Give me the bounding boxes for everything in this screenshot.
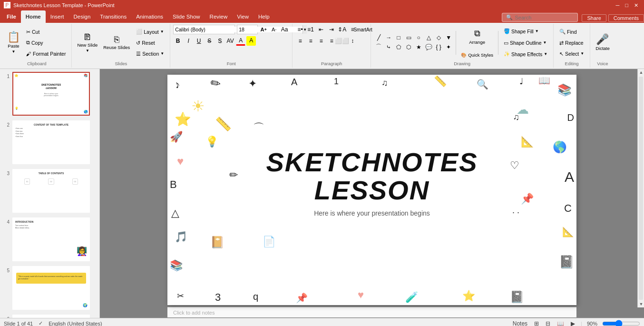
shape-arrow[interactable]: → [384,33,393,42]
slide-thumb-img-3[interactable]: TABLE OF CONTENTS 01 02 03 [12,169,90,213]
tab-view[interactable]: View [232,10,254,23]
find-button[interactable]: 🔍 Find [556,27,587,37]
tab-file[interactable]: File [2,10,21,23]
shape-line[interactable]: ╱ [374,33,383,42]
notes-button[interactable]: Notes [512,320,528,326]
normal-view-button[interactable]: ⊞ [533,320,540,326]
italic-button[interactable]: I [184,36,193,46]
shape-extra[interactable]: ✦ [444,43,453,51]
font-size-combo[interactable]: ▼ [237,25,258,34]
font-color-button[interactable]: A [236,36,245,46]
spacing-button[interactable]: AV [225,36,235,46]
strikethrough-button[interactable]: S [205,36,214,46]
smartart-button[interactable]: SmartArt [358,25,368,34]
shape-outline-button[interactable]: ▭ Shape Outline ▼ [501,38,550,48]
slide-thumb-6[interactable]: 6 WHAT IS THIS TOPIC ABOUT? Content deta… [2,314,98,318]
tab-insert[interactable]: Insert [46,10,69,23]
slide-sorter-button[interactable]: ⊟ [545,320,551,326]
shape-hexagon[interactable]: ⬡ [404,43,413,51]
reading-view-button[interactable]: 📖 [556,320,565,326]
format-painter-button[interactable]: 🖌 Format Painter [23,49,68,59]
tab-slideshow[interactable]: Slide Show [168,10,205,23]
minimize-button[interactable]: ─ [614,2,622,8]
slide-thumb-4[interactable]: 4 INTRODUCTION Text content here.More de… [2,217,98,262]
tab-design[interactable]: Design [69,10,96,23]
new-slide-button[interactable]: 🖹 New Slide ▼ [75,30,100,56]
shape-rect[interactable]: □ [394,33,403,42]
scroll-thumb[interactable] [639,77,643,300]
increase-indent-button[interactable]: ⇥ [327,25,336,34]
slide-canvas[interactable]: ♪ ✏ ✦ A 1 ♫ 📏 🔍 ♩ 📖 📚 D 🌎 A C 📐 📓 [167,75,576,305]
font-name-combo[interactable]: ▼ [173,25,235,34]
slide-thumb-img-2[interactable]: CONTENT OF THIS TEMPLATE • Item one• Ite… [12,120,90,164]
shape-effects-button[interactable]: ✨ Shape Effects ▼ [501,49,550,59]
bullets-button[interactable]: ≡• [295,25,305,34]
shape-circle[interactable]: ○ [414,33,423,42]
change-case-button[interactable]: Aa [280,25,289,34]
shape-callout[interactable]: 💬 [424,43,433,51]
font-name-input[interactable] [174,27,239,32]
tab-help[interactable]: Help [254,10,274,23]
shape-triangle[interactable]: △ [424,33,433,42]
columns-button[interactable]: ⬜⬜ [337,36,347,46]
align-left-button[interactable]: ≡ [295,36,305,46]
arrange-button[interactable]: ⧉ Arrange [459,25,496,49]
scroll-down-button[interactable]: ▼ [638,301,644,307]
search-input[interactable] [515,15,567,20]
underline-button[interactable]: U [194,36,204,46]
slide-thumb-img-6[interactable]: WHAT IS THIS TOPIC ABOUT? Content detail… [12,315,90,318]
text-direction-button[interactable]: ⇕A [337,25,347,34]
slide-title-container[interactable]: SKETCHNOTES LESSON Here is where your pr… [266,148,478,217]
align-right-button[interactable]: ≡ [316,36,326,46]
shape-star[interactable]: ★ [414,43,423,51]
shape-diamond[interactable]: ◇ [434,33,443,42]
slide-thumb-5[interactable]: 5 "This is a quote inside full of words … [2,265,98,311]
shape-pentagon[interactable]: ⬠ [394,43,403,51]
shape-math[interactable]: { } [434,43,443,51]
share-button[interactable]: Share [582,14,606,22]
slide-thumb-img-4[interactable]: INTRODUCTION Text content here.More deta… [12,217,90,261]
tab-animations[interactable]: Animations [131,10,168,23]
slide-thumb-1[interactable]: 1 ⭐ 📚 💡 🌎 SKETCHNOTESLESSON Here is wher… [2,71,98,117]
line-spacing-button[interactable]: ↕ [348,36,357,46]
slide-thumb-3[interactable]: 3 TABLE OF CONTENTS 01 02 03 [2,168,98,214]
zoom-slider[interactable] [602,320,640,326]
highlight-button[interactable]: A [246,36,256,46]
decrease-indent-button[interactable]: ⇤ [316,25,326,34]
select-button[interactable]: ↖ Select ▼ [556,49,587,59]
shapes-more[interactable]: ▼ [444,33,453,42]
slideshow-button[interactable]: ▶ [570,320,576,326]
cut-button[interactable]: ✂ Cut [23,27,68,37]
slide-thumb-img-5[interactable]: "This is a quote inside full of words th… [12,266,90,310]
numbering-button[interactable]: ≡1 [306,25,315,34]
slide-thumb-img-1[interactable]: ⭐ 📚 💡 🌎 SKETCHNOTESLESSON Here is where … [12,72,90,116]
shape-curve[interactable]: ⌒ [374,43,383,51]
search-box[interactable]: 🔍 [502,13,578,22]
close-button[interactable]: ✕ [632,2,640,9]
section-button[interactable]: ☰ Section ▼ [133,49,167,59]
notes-area[interactable]: Click to add notes [167,307,576,317]
paste-button[interactable]: 📋 Paste ▼ [5,30,22,56]
shape-rounded-rect[interactable]: ▭ [404,33,413,42]
slide-thumb-2[interactable]: 2 CONTENT OF THIS TEMPLATE • Item one• I… [2,119,98,165]
replace-button[interactable]: ⇄ Replace [556,38,587,48]
bold-button[interactable]: B [173,36,183,46]
copy-button[interactable]: ⧉ Copy [23,38,68,48]
comments-button[interactable]: Comments [608,14,644,22]
maximize-button[interactable]: □ [623,2,630,8]
align-center-button[interactable]: ≡ [306,36,315,46]
reuse-slides-button[interactable]: ⎘ Reuse Slides [101,30,132,56]
scroll-up-button[interactable]: ▲ [638,69,644,76]
shadow-button[interactable]: S [215,36,224,46]
increase-font-button[interactable]: A+ [259,25,268,34]
shape-connector[interactable]: ⤷ [384,43,393,51]
tab-home[interactable]: Home [21,10,46,23]
tab-transitions[interactable]: Transitions [95,10,131,23]
dictate-button[interactable]: 🎤 Dictate [593,30,612,56]
shape-fill-button[interactable]: 🪣 Shape Fill ▼ [501,26,550,37]
layout-button[interactable]: ⬜ Layout ▼ [133,27,167,37]
reset-button[interactable]: ↺ Reset [133,38,167,48]
quick-styles-button[interactable]: 🎨 Quick Styles [459,49,496,60]
decrease-font-button[interactable]: A- [269,25,279,34]
tab-review[interactable]: Review [205,10,233,23]
